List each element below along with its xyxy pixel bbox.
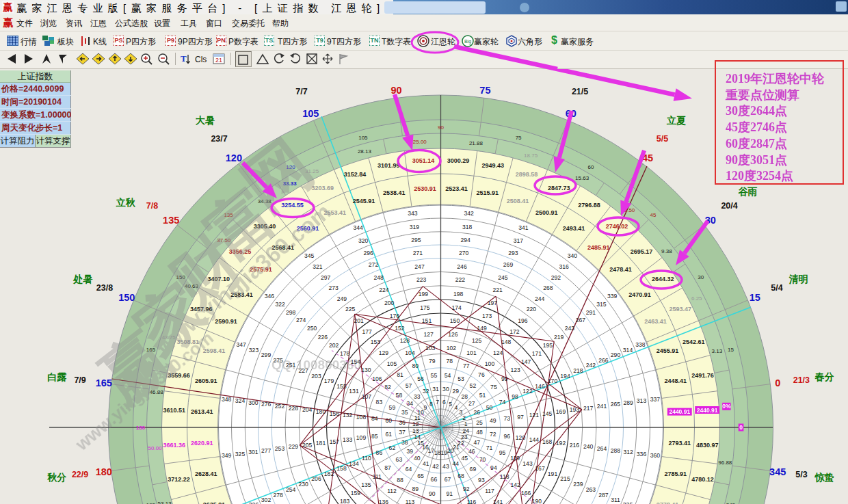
svg-text:50: 50 [486,404,493,411]
svg-text:45: 45 [461,455,468,462]
svg-text:130: 130 [361,367,371,373]
svg-text:200: 200 [384,300,395,306]
svg-text:7/9: 7/9 [74,375,85,385]
svg-text:68: 68 [458,473,464,479]
svg-text:313: 313 [637,397,647,404]
svg-text:345: 345 [769,466,786,477]
svg-text:116: 116 [467,499,477,504]
svg-text:143: 143 [522,460,533,467]
svg-text:155: 155 [336,383,347,390]
svg-text:2493.41: 2493.41 [563,225,585,232]
svg-text:36: 36 [399,419,406,426]
svg-text:222: 222 [455,276,466,283]
svg-text:103: 103 [425,345,436,352]
svg-text:97: 97 [517,414,524,421]
svg-text:5/5: 5/5 [657,134,668,144]
svg-text:220: 220 [527,306,537,313]
svg-text:43: 43 [442,463,449,470]
svg-text:2593.47: 2593.47 [669,306,691,313]
svg-text:0: 0 [739,424,743,431]
svg-text:218: 218 [573,367,583,374]
svg-text:204: 204 [302,406,313,413]
svg-text:180: 180 [96,466,112,477]
svg-text:135: 135 [163,215,179,226]
svg-text:102: 102 [447,345,457,352]
svg-text:5/4: 5/4 [771,283,782,293]
svg-text:88: 88 [397,477,403,483]
svg-text:319: 319 [410,224,420,230]
svg-text:2635.91: 2635.91 [203,501,226,504]
svg-text:191: 191 [548,470,558,477]
svg-text:349: 349 [222,452,232,459]
svg-text:42: 42 [432,463,439,470]
svg-text:15.63: 15.63 [575,175,589,181]
svg-text:300: 300 [248,399,259,406]
svg-text:49: 49 [490,417,496,424]
svg-text:195: 195 [543,342,553,349]
svg-text:149: 149 [477,325,487,332]
svg-text:241: 241 [597,403,607,410]
svg-text:2448.41: 2448.41 [665,377,687,384]
svg-text:249: 249 [337,295,347,302]
svg-text:59: 59 [389,404,396,411]
svg-text:205: 205 [302,442,313,449]
svg-text:290: 290 [611,352,621,358]
svg-text:47: 47 [473,439,480,446]
svg-text:立夏: 立夏 [666,115,686,126]
svg-text:111: 111 [373,473,382,480]
svg-text:37: 37 [399,429,406,436]
svg-text:247: 247 [414,263,425,270]
svg-text:110: 110 [362,455,371,462]
svg-text:27: 27 [468,400,475,407]
svg-text:2440.91: 2440.91 [669,408,690,415]
svg-text:15: 15 [728,347,734,353]
svg-text:287: 287 [598,492,609,499]
svg-text:289: 289 [623,399,633,406]
svg-text:19: 19 [441,449,448,456]
svg-text:301: 301 [248,449,259,455]
svg-text:339: 339 [607,293,618,300]
svg-text:199: 199 [419,291,429,297]
svg-text:72: 72 [490,431,496,438]
svg-text:151: 151 [422,317,432,324]
svg-text:28: 28 [461,393,468,400]
svg-text:75: 75 [516,135,522,141]
svg-text:316: 316 [559,263,570,270]
svg-text:104: 104 [405,349,415,356]
svg-text:2796.88: 2796.88 [578,202,600,209]
svg-text:344: 344 [353,224,363,231]
svg-text:秋分: 秋分 [47,472,66,483]
svg-text:4780.12: 4780.12 [691,476,714,483]
svg-text:3152.84: 3152.84 [344,171,367,178]
svg-text:133: 133 [343,436,353,443]
svg-text:93: 93 [478,477,485,483]
svg-text:119: 119 [510,455,520,462]
svg-text:270: 270 [459,250,469,256]
svg-text:148: 148 [501,339,512,345]
svg-text:182: 182 [324,470,334,477]
svg-text:66: 66 [431,476,438,483]
svg-text:24: 24 [462,427,469,434]
svg-text:3.13: 3.13 [712,348,723,354]
svg-text:318: 318 [462,224,473,230]
svg-text:99: 99 [501,375,508,382]
svg-text:342: 342 [464,210,475,217]
svg-text:276: 276 [261,401,271,408]
svg-text:325: 325 [235,451,246,457]
svg-text:87: 87 [384,464,391,471]
svg-text:2478.41: 2478.41 [609,266,632,273]
svg-text:294: 294 [460,237,471,243]
svg-text:147: 147 [521,358,531,365]
svg-text:122: 122 [522,388,533,395]
svg-text:2785.91: 2785.91 [665,470,687,477]
svg-text:337: 337 [650,396,661,403]
svg-text:292: 292 [551,274,561,281]
svg-text:168: 168 [542,438,553,445]
svg-text:46: 46 [468,448,475,455]
svg-text:2515.91: 2515.91 [477,189,499,196]
svg-text:白露: 白露 [47,371,67,382]
svg-text:33: 33 [414,393,421,400]
svg-text:0: 0 [775,377,780,388]
svg-text:大暑: 大暑 [196,115,215,126]
svg-text:219: 219 [554,334,564,341]
